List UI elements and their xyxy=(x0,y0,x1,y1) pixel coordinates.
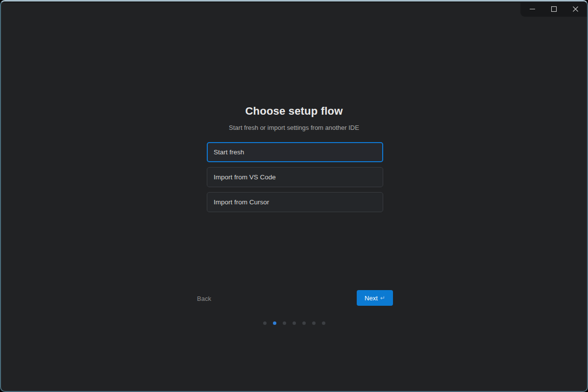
next-button[interactable]: Next ↵ xyxy=(357,290,393,306)
setup-option-label: Start fresh xyxy=(214,148,244,156)
close-button[interactable] xyxy=(565,1,585,17)
setup-option-import-from-vs-code[interactable]: Import from VS Code xyxy=(207,167,383,187)
step-dot-1[interactable] xyxy=(263,321,267,325)
close-icon xyxy=(572,6,579,12)
setup-options-list: Start freshImport from VS CodeImport fro… xyxy=(207,142,383,212)
maximize-button[interactable] xyxy=(544,1,564,17)
setup-window: Choose setup flow Start fresh or import … xyxy=(0,0,588,392)
step-dot-5[interactable] xyxy=(302,321,306,325)
back-button[interactable]: Back xyxy=(197,294,211,303)
maximize-icon xyxy=(551,6,557,12)
setup-option-label: Import from VS Code xyxy=(214,173,276,181)
setup-option-start-fresh[interactable]: Start fresh xyxy=(207,142,383,162)
titlebar-shade xyxy=(1,1,587,3)
setup-option-import-from-cursor[interactable]: Import from Cursor xyxy=(207,192,383,212)
enter-key-icon: ↵ xyxy=(380,295,385,301)
step-indicator xyxy=(1,321,587,325)
setup-option-label: Import from Cursor xyxy=(214,198,269,206)
step-dot-7[interactable] xyxy=(322,321,325,325)
minimize-button[interactable] xyxy=(522,1,542,17)
next-button-label: Next xyxy=(365,294,378,302)
step-dot-2[interactable] xyxy=(273,321,276,325)
page-title: Choose setup flow xyxy=(1,105,587,118)
step-dot-3[interactable] xyxy=(283,321,286,325)
minimize-icon xyxy=(529,6,536,12)
step-dot-4[interactable] xyxy=(293,321,296,325)
window-controls xyxy=(520,1,587,17)
page-subtitle: Start fresh or import settings from anot… xyxy=(1,124,587,131)
step-dot-6[interactable] xyxy=(312,321,316,325)
